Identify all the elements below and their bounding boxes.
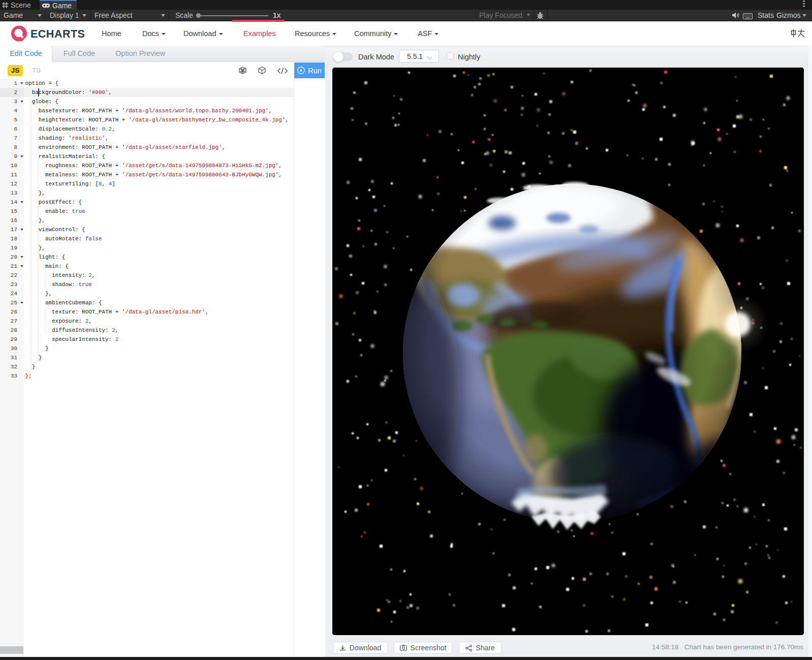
svg-text:ECHARTS: ECHARTS <box>30 28 85 40</box>
